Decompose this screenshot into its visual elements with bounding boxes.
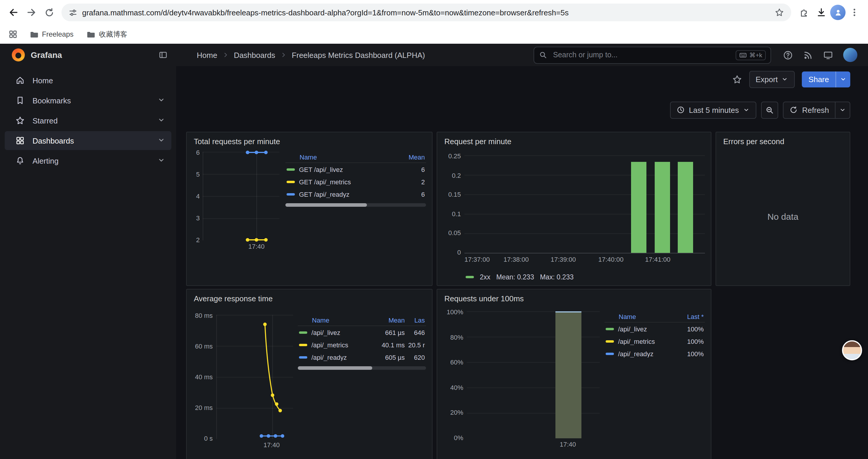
legend-col-name[interactable]: Name [606,313,677,320]
chevron-down-icon[interactable] [157,95,165,105]
collapse-sidebar-icon[interactable] [158,50,168,60]
legend-row[interactable]: GET /api/_livez 6 [285,163,426,175]
chevron-down-icon[interactable] [157,116,165,126]
folder-icon [30,30,38,39]
bookmark-star-icon[interactable] [775,8,784,17]
sidebar: Grafana Home Bookmarks [0,44,176,459]
apps-grid-icon[interactable] [8,30,18,39]
breadcrumb-current[interactable]: Freeleaps Metrics Dashboard (ALPHA) [292,51,425,59]
breadcrumb-dashboards[interactable]: Dashboards [234,51,275,59]
legend-col-name[interactable]: Name [299,317,378,324]
sidebar-item-label: Alerting [32,156,59,165]
legend-scrollbar[interactable] [298,366,426,370]
help-icon[interactable] [783,50,793,60]
url-text[interactable]: grafana.mathmast.com/d/deytv4rwavabkb/fr… [82,8,770,17]
avg-response-chart[interactable]: 80 ms 60 ms 40 ms 20 ms 0 s [193,315,293,459]
legend-row[interactable]: /api/_livez 100% [604,323,705,335]
bar-2xx [631,162,646,253]
legend-row[interactable]: GET /api/_readyz 6 [285,188,426,200]
time-range-picker[interactable]: Last 5 minutes [670,101,756,119]
news-rss-icon[interactable] [803,50,813,60]
export-button[interactable]: Export [749,71,795,88]
forward-button[interactable] [23,4,40,21]
breadcrumb-separator-icon [222,52,229,59]
x-axis-tick: 17:38:00 [503,256,529,263]
series-swatch [606,328,614,330]
bookmark-folder-blogs[interactable]: 收藏博客 [82,28,132,41]
extensions-icon[interactable] [795,4,812,21]
sidebar-item-dashboards[interactable]: Dashboards [5,131,172,150]
zoom-out-button[interactable] [761,101,778,119]
refresh-interval-chevron-icon[interactable] [835,102,850,118]
legend-col-last[interactable]: Las [405,317,425,324]
grafana-app: Grafana Home Bookmarks [0,44,868,459]
sidebar-nav: Home Bookmarks Starred [0,66,176,170]
legend-col-name[interactable]: Name [286,154,398,161]
panel-request-per-minute: Request per minute 0.25 0.2 0.15 0.1 0.0… [437,132,711,286]
legend-series-label[interactable]: 2xx [480,273,490,281]
bookmark-folder-freeleaps[interactable]: Freeleaps [25,28,78,40]
sidebar-item-label: Bookmarks [32,96,71,105]
legend-col-mean[interactable]: Mean [398,154,425,161]
total-requests-chart[interactable]: 6 5 4 3 2 [193,152,279,281]
bookmark-icon [16,96,25,105]
main-area: Home Dashboards Freeleaps Metrics Dashbo… [176,44,868,459]
legend-table: Name Mean GET /api/_livez 6 GET /api/_me… [285,152,426,207]
series-swatch [299,343,307,346]
breadcrumb-home[interactable]: Home [197,51,217,59]
search-icon [539,51,547,59]
x-axis-tick: 17:41:00 [645,256,671,263]
request-per-minute-chart[interactable]: 0.25 0.2 0.15 0.1 0.05 0 [443,152,705,265]
panel-title[interactable]: Request per minute [437,132,711,147]
bookmark-label: 收藏博客 [99,29,127,39]
panel-title[interactable]: Average response time [187,290,432,304]
legend-row[interactable]: /api/_metrics 100% [604,335,705,347]
legend-row[interactable]: /api/_metrics 40.1 ms 20.5 r [298,338,426,351]
panel-title[interactable]: Requests under 100ms [437,290,711,304]
grafana-logo[interactable] [12,48,25,61]
reload-button[interactable] [40,4,58,21]
avg-response-series [217,315,293,439]
panel-requests-under-100ms: Requests under 100ms 100% 80% 60% 40% 20… [437,289,711,459]
sidebar-item-alerting[interactable]: Alerting [5,151,172,170]
legend-row[interactable]: /api/_readyz 605 µs 620 [298,351,426,363]
legend-row[interactable]: /api/_livez 661 µs 646 [298,326,426,338]
panel-total-requests: Total requests per minute 6 5 4 3 2 [186,132,433,286]
folder-icon [87,30,95,39]
share-dropdown-chevron-icon[interactable] [836,71,850,87]
dashboard-panels: Total requests per minute 6 5 4 3 2 [186,132,850,459]
search-bar[interactable]: ⌘+k [533,46,771,64]
chevron-down-icon[interactable] [157,136,165,145]
browser-profile-avatar[interactable] [830,5,845,20]
series-swatch [299,356,307,358]
site-settings-icon[interactable] [68,8,78,17]
back-button[interactable] [5,4,23,21]
x-axis-tick: 17:39:00 [551,256,576,263]
legend[interactable]: 2xx Mean: 0.233 Max: 0.233 [443,265,705,281]
under-100ms-chart[interactable]: 100% 80% 60% 40% 20% 0% [443,311,600,459]
legend-row[interactable]: /api/_readyz 100% [604,347,705,360]
browser-menu-kebab-icon[interactable] [845,4,863,21]
legend-scrollbar[interactable] [285,203,426,207]
user-avatar[interactable] [843,48,857,62]
legend-row[interactable]: GET /api/_metrics 2 [285,175,426,188]
chevron-down-icon[interactable] [157,156,165,166]
address-bar[interactable]: grafana.mathmast.com/d/deytv4rwavabkb/fr… [61,4,791,21]
panel-title[interactable]: Total requests per minute [187,132,432,147]
clock-icon [677,106,685,114]
panel-errors-per-second: Errors per second No data [716,132,850,286]
downloads-button[interactable] [812,4,830,21]
sidebar-item-bookmarks[interactable]: Bookmarks [5,91,172,110]
legend-col-last[interactable]: Last * [677,313,704,320]
floating-assistant-avatar[interactable] [842,340,862,360]
sidebar-item-starred[interactable]: Starred [5,111,172,130]
sidebar-item-home[interactable]: Home [5,71,172,90]
refresh-button[interactable]: Refresh [783,101,850,119]
legend-col-mean[interactable]: Mean [378,317,405,324]
share-button[interactable]: Share [802,71,850,87]
monitor-icon[interactable] [823,50,833,60]
series-swatch [286,168,295,170]
panel-title[interactable]: Errors per second [716,132,850,147]
favorite-star-icon[interactable] [732,74,742,84]
search-input[interactable] [552,50,731,60]
